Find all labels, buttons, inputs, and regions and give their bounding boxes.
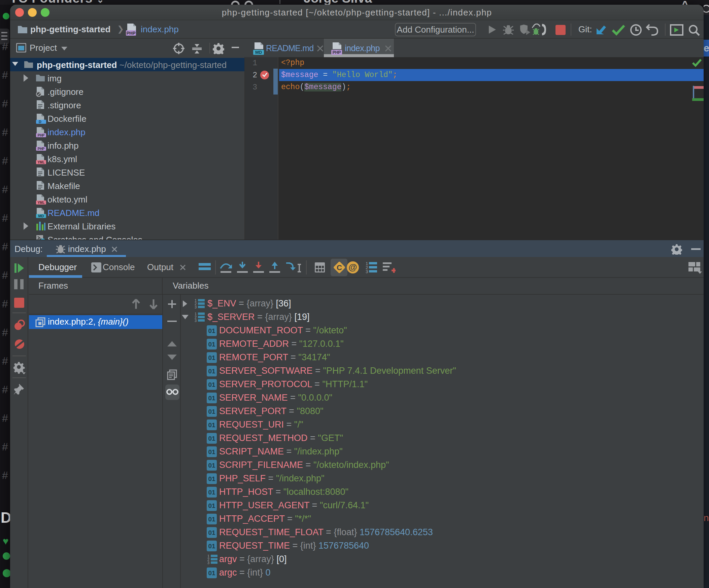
svg-text:MD: MD bbox=[38, 214, 44, 218]
svg-text:3: 3 bbox=[207, 561, 209, 564]
svg-text:PHP: PHP bbox=[38, 147, 45, 151]
svg-text:YML: YML bbox=[37, 161, 45, 164]
svg-text:PHP: PHP bbox=[333, 50, 341, 55]
svg-text:MD: MD bbox=[255, 50, 262, 55]
svg-text:D: D bbox=[39, 120, 42, 124]
svg-text:C: C bbox=[337, 263, 342, 272]
svg-text:3: 3 bbox=[194, 318, 196, 322]
svg-text:@: @ bbox=[348, 262, 357, 272]
svg-text:PHP: PHP bbox=[38, 134, 45, 137]
svg-text:3: 3 bbox=[366, 269, 368, 274]
svg-text:PHP: PHP bbox=[127, 31, 136, 36]
svg-text:YML: YML bbox=[37, 201, 45, 204]
svg-text:3: 3 bbox=[194, 305, 196, 309]
